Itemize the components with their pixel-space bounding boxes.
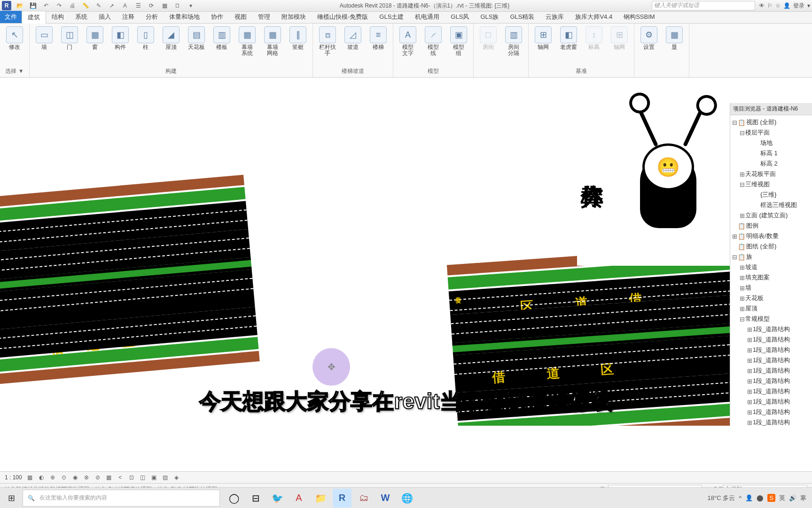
view-control-icon[interactable]: ⊕ <box>48 473 57 482</box>
tree-item[interactable]: ⊞墙 <box>731 283 811 293</box>
qat-text-icon[interactable]: A <box>119 1 131 10</box>
tree-item[interactable]: ⊟楼层平面 <box>731 127 811 138</box>
autocad-icon[interactable]: A <box>289 489 308 508</box>
revit-icon[interactable]: R <box>333 489 351 508</box>
user-icon[interactable]: 👤 <box>783 2 790 9</box>
tab-视图[interactable]: 视图 <box>229 11 252 23</box>
favorite-icon[interactable]: ☆ <box>775 2 781 9</box>
tab-GLS族[interactable]: GLS族 <box>475 11 504 23</box>
clock[interactable]: 寒 <box>800 494 806 502</box>
tab-协作[interactable]: 协作 <box>205 11 229 23</box>
qat-undo-icon[interactable]: ↶ <box>40 1 52 10</box>
cortana-icon[interactable]: ⊟ <box>246 489 265 508</box>
tree-item[interactable]: ⊞立面 (建筑立面) <box>731 210 811 221</box>
view-control-icon[interactable]: ◉ <box>71 473 79 482</box>
tree-expander-icon[interactable]: ⊟ <box>731 254 738 261</box>
view-control-icon[interactable]: ⊘ <box>94 473 102 482</box>
view-control-icon[interactable]: ▦ <box>26 473 34 482</box>
tree-item[interactable]: ⊟三维视图 <box>731 179 811 190</box>
view-scale[interactable]: 1 : 100 <box>5 474 22 481</box>
app-icon[interactable]: 🗂 <box>354 489 373 508</box>
tool-栏杆扶手[interactable]: ⧈栏杆扶手 <box>316 25 339 57</box>
tree-expander-icon[interactable]: ⊞ <box>746 326 753 333</box>
qat-icon[interactable]: 🗋 <box>172 1 183 10</box>
tool-房间分隔[interactable]: ▥房间分隔 <box>502 25 525 57</box>
tool-幕墙系统[interactable]: ▦幕墙系统 <box>235 25 259 57</box>
tree-item[interactable]: 标高 2 <box>731 159 811 169</box>
tree-expander-icon[interactable]: ⊞ <box>739 274 745 281</box>
tree-expander-icon[interactable]: ⊟ <box>739 316 745 323</box>
tree-item[interactable]: ⊞坡道 <box>731 262 811 272</box>
tree-item[interactable]: 📋图例 <box>731 221 811 231</box>
weather-widget[interactable]: 18°C 多云 <box>708 494 735 502</box>
tool-楼板[interactable]: ▥楼板 <box>210 25 234 57</box>
tree-expander-icon[interactable]: ⊞ <box>746 357 753 364</box>
tree-expander-icon[interactable]: ⊞ <box>739 264 745 271</box>
tree-item[interactable]: ⊞1段_道路结构 <box>731 324 811 334</box>
start-button[interactable]: ⊞ <box>0 488 23 508</box>
tool-修改[interactable]: ↖修改 <box>3 25 26 51</box>
tree-expander-icon[interactable]: ⊟ <box>739 181 745 188</box>
tool-坡道[interactable]: ◿坡道 <box>341 25 365 57</box>
tree-item[interactable]: 场地 <box>731 138 811 148</box>
tab-管理[interactable]: 管理 <box>252 11 276 23</box>
tool-门[interactable]: ◫门 <box>58 25 81 57</box>
task-view-icon[interactable]: ◯ <box>225 489 243 508</box>
viewport-3d[interactable]: 借 道 区 公交专用 公交专用 区 道 借 借 道 区 <box>0 78 812 426</box>
tool-墙[interactable]: ▭墙 <box>32 25 56 57</box>
tool-轴网[interactable]: ⊞轴网 <box>531 25 555 51</box>
help-search-input[interactable]: 键入关键字或短语 <box>652 1 755 10</box>
tree-item[interactable]: ⊞1段_道路结构 <box>731 334 811 345</box>
word-icon[interactable]: W <box>376 489 395 508</box>
tree-item[interactable]: ⊞天花板平面 <box>731 169 811 179</box>
infocenter-icon[interactable]: 👁 <box>759 2 765 9</box>
explorer-icon[interactable]: 📁 <box>311 489 330 508</box>
tab-插入[interactable]: 插入 <box>93 11 117 23</box>
view-control-icon[interactable]: ⊗ <box>82 473 91 482</box>
tab-云族库[interactable]: 云族库 <box>540 11 570 23</box>
tool-竖梃[interactable]: ‖竖梃 <box>286 25 310 57</box>
road-model-left[interactable]: 借 道 区 <box>0 175 263 423</box>
tree-item[interactable]: ⊞天花板 <box>731 293 811 303</box>
view-control-icon[interactable]: ◫ <box>139 473 147 482</box>
tab-系统[interactable]: 系统 <box>70 11 93 23</box>
tool-屋顶[interactable]: ◢屋顶 <box>159 25 183 57</box>
tool-模型线[interactable]: ⟋模型线 <box>422 25 445 57</box>
qat-icon[interactable]: ▾ <box>185 1 196 10</box>
qat-icon[interactable]: ➚ <box>106 1 117 10</box>
tab-建筑[interactable]: 建筑 <box>22 11 46 24</box>
view-control-icon[interactable]: < <box>116 473 125 482</box>
tree-item[interactable]: {三维} <box>731 190 811 200</box>
sogou-icon[interactable]: S <box>767 494 775 502</box>
view-control-icon[interactable]: ▣ <box>150 473 158 482</box>
tree-expander-icon[interactable]: ⊞ <box>739 212 745 219</box>
qat-redo-icon[interactable]: ↷ <box>54 1 65 10</box>
tool-天花板[interactable]: ▤天花板 <box>185 25 208 57</box>
qat-save-icon[interactable]: 💾 <box>27 1 39 10</box>
tree-expander-icon[interactable]: ⊞ <box>739 171 745 178</box>
tree-expander-icon[interactable]: ⊞ <box>746 409 753 416</box>
tool-显[interactable]: ▦显 <box>663 25 686 51</box>
tree-item[interactable]: ⊞1段_道路结构 <box>731 376 811 386</box>
tree-expander-icon[interactable]: ⊞ <box>739 285 745 292</box>
tray-icon[interactable]: 👤 <box>745 494 753 501</box>
tab-体量和场地[interactable]: 体量和场地 <box>164 11 205 23</box>
tab-分析[interactable]: 分析 <box>140 11 164 23</box>
tray-icon[interactable]: ⬤ <box>757 494 764 501</box>
tool-楼梯[interactable]: ≡楼梯 <box>367 25 390 57</box>
signin-icon[interactable]: ⚐ <box>767 2 773 9</box>
qat-icon[interactable]: ▦ <box>159 1 170 10</box>
tree-item[interactable]: ⊟常规模型 <box>731 314 811 324</box>
qat-icon[interactable]: ☰ <box>133 1 144 10</box>
view-control-icon[interactable]: ◐ <box>37 473 46 482</box>
login-label[interactable]: 登录 <box>793 2 804 10</box>
tree-item[interactable]: 标高 1 <box>731 148 811 159</box>
tray-icon[interactable]: 🔊 <box>789 494 796 501</box>
tree-item[interactable]: ⊞1段_道路结构 <box>731 345 811 355</box>
tree-item[interactable]: ⊞1段_道路结构 <box>731 365 811 376</box>
tree-item[interactable]: ⊞屋顶 <box>731 303 811 314</box>
tree-expander-icon[interactable]: ⊞ <box>739 295 745 302</box>
tab-GLS风[interactable]: GLS风 <box>445 11 475 23</box>
system-tray[interactable]: 18°C 多云 ^ 👤 ⬤ S 英 🔊 寒 <box>708 494 812 502</box>
tree-item[interactable]: ⊞📋明细表/数量 <box>731 231 811 241</box>
